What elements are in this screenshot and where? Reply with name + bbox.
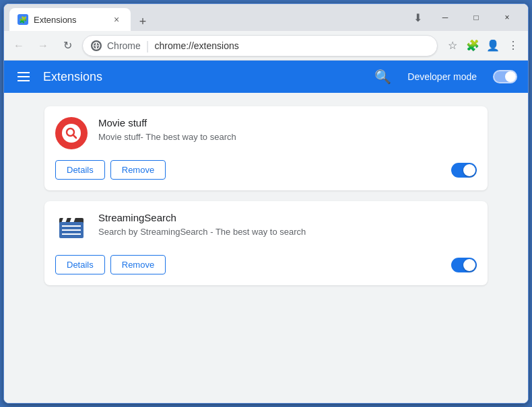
- maximize-button[interactable]: □: [461, 8, 492, 27]
- extension-card-streaming-search: StreamingSearch Search by StreamingSearc…: [44, 201, 488, 285]
- url-text: chrome://extensions: [154, 40, 238, 51]
- tab-bar: 🧩 Extensions × +: [9, 4, 405, 31]
- toolbar-actions: ☆ 🧩 👤 ⋮: [443, 36, 523, 55]
- streaming-search-details-button[interactable]: Details: [55, 255, 105, 274]
- streaming-search-toggle[interactable]: [451, 258, 477, 272]
- bookmark-icon[interactable]: ☆: [443, 36, 462, 55]
- title-bar: 🧩 Extensions × + ⬇ ─ □ ×: [4, 4, 528, 31]
- download-icon[interactable]: ⬇: [408, 8, 427, 27]
- extensions-title: Extensions: [43, 70, 364, 84]
- streaming-search-icon: [55, 212, 88, 244]
- hamburger-menu-icon[interactable]: [15, 69, 32, 84]
- site-favicon: [91, 40, 102, 51]
- browser-window: 🧩 Extensions × + ⬇ ─ □ × ← → ↻: [3, 3, 529, 404]
- extension-card-movie-stuff: Movie stuff Movie stuff- The best way to…: [44, 106, 488, 190]
- movie-stuff-toggle[interactable]: [451, 163, 477, 178]
- minimize-button[interactable]: ─: [430, 8, 461, 27]
- movie-stuff-remove-button[interactable]: Remove: [110, 160, 166, 180]
- close-button[interactable]: ×: [492, 8, 523, 27]
- streaming-search-name: StreamingSearch: [98, 212, 477, 223]
- movie-stuff-actions: Details Remove: [55, 160, 477, 180]
- streaming-search-actions: Details Remove: [55, 255, 477, 274]
- movie-stuff-description: Movie stuff- The best way to search: [98, 131, 477, 143]
- active-tab[interactable]: 🧩 Extensions ×: [9, 8, 131, 31]
- movie-stuff-info: Movie stuff Movie stuff- The best way to…: [98, 117, 477, 149]
- url-divider: |: [146, 40, 149, 52]
- tab-favicon: 🧩: [18, 14, 28, 25]
- profile-icon[interactable]: 👤: [484, 36, 502, 55]
- extensions-icon[interactable]: 🧩: [463, 36, 482, 55]
- tab-title: Extensions: [34, 15, 105, 25]
- window-controls: ⬇ ─ □ ×: [408, 8, 523, 27]
- new-tab-button[interactable]: +: [133, 12, 152, 31]
- tab-close-button[interactable]: ×: [110, 13, 123, 26]
- developer-mode-label: Developer mode: [407, 71, 477, 82]
- address-bar: ← → ↻ Chrome | chrome://extensions ☆ 🧩 👤…: [4, 31, 528, 61]
- extension-card-top: Movie stuff Movie stuff- The best way to…: [55, 117, 477, 149]
- extensions-content: FILE.COM Movie stuff Mo: [4, 93, 528, 403]
- back-button[interactable]: ←: [9, 36, 28, 55]
- streaming-search-info: StreamingSearch Search by StreamingSearc…: [98, 212, 477, 244]
- movie-stuff-name: Movie stuff: [98, 117, 477, 128]
- developer-mode-toggle[interactable]: [493, 70, 517, 83]
- movie-stuff-icon: [55, 117, 88, 149]
- search-icon[interactable]: 🔍: [374, 69, 391, 85]
- movie-stuff-details-button[interactable]: Details: [55, 160, 105, 180]
- svg-line-3: [73, 135, 77, 139]
- reload-button[interactable]: ↻: [58, 36, 77, 55]
- extensions-header: Extensions 🔍 Developer mode: [4, 61, 528, 93]
- url-chrome-label: Chrome: [107, 40, 141, 51]
- streaming-search-remove-button[interactable]: Remove: [110, 255, 166, 274]
- forward-button[interactable]: →: [34, 36, 53, 55]
- url-bar[interactable]: Chrome | chrome://extensions: [82, 35, 438, 57]
- streaming-search-description: Search by StreamingSearch - The best way…: [98, 226, 477, 238]
- extension-card-top: StreamingSearch Search by StreamingSearc…: [55, 212, 477, 244]
- menu-icon[interactable]: ⋮: [504, 36, 523, 55]
